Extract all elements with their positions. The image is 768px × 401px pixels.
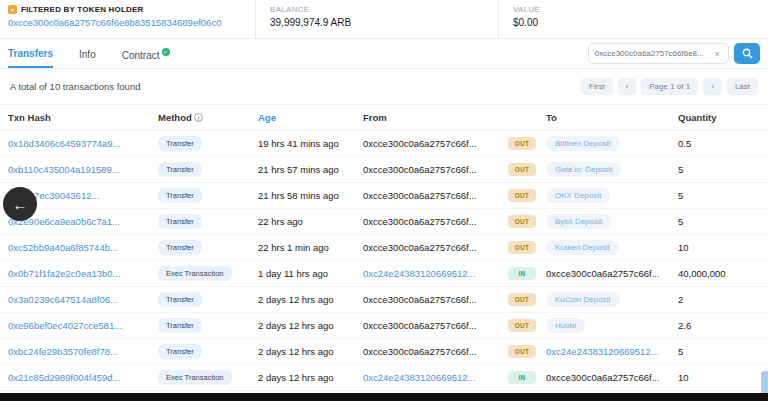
- transfers-table: 0x18d3406c64593774a9...Transfer19 hrs 41…: [0, 131, 768, 391]
- value-section: VALUE $0.00: [498, 0, 768, 38]
- age-cell: 1 day 11 hrs ago: [258, 268, 363, 279]
- to-address-tag[interactable]: Gate.io: Deposit: [546, 162, 621, 177]
- next-page-button[interactable]: ›: [703, 78, 722, 95]
- tab-info[interactable]: Info: [79, 41, 96, 67]
- to-cell: KuCoin Deposit: [546, 292, 678, 307]
- method-cell: Exec Transaction: [158, 266, 258, 281]
- scroll-top-button[interactable]: [761, 371, 768, 394]
- direction-cell: OUT: [508, 345, 546, 358]
- direction-badge: OUT: [508, 319, 536, 332]
- prev-page-button[interactable]: ‹: [618, 78, 637, 95]
- quantity-cell: 10: [678, 372, 768, 383]
- last-page-button[interactable]: Last: [727, 78, 758, 95]
- col-quantity: Quantity: [678, 112, 768, 123]
- direction-badge: OUT: [508, 241, 536, 254]
- col-age[interactable]: Age: [258, 112, 363, 123]
- col-to: To: [546, 112, 678, 123]
- txn-hash-cell: 0xe96bef0ec4027cce581...: [8, 320, 158, 331]
- to-cell: Bybit Deposit: [546, 214, 678, 229]
- age-cell: 21 hrs 57 mins ago: [258, 164, 363, 175]
- tab-transfers[interactable]: Transfers: [8, 40, 53, 68]
- direction-badge: IN: [508, 371, 536, 384]
- txn-hash-link[interactable]: 0xb110c435004a191589...: [8, 164, 120, 175]
- table-header: Txn Hash Methodi Age From To Quantity: [0, 104, 768, 131]
- method-badge: Transfer: [158, 318, 202, 333]
- table-row: 0xb110c435004a191589...Transfer21 hrs 57…: [0, 157, 768, 183]
- quantity-cell: 5: [678, 164, 768, 175]
- quantity-cell: 5: [678, 216, 768, 227]
- first-page-button[interactable]: First: [581, 78, 613, 95]
- to-cell: 0xc24e24383120669512...: [546, 346, 678, 357]
- direction-cell: OUT: [508, 163, 546, 176]
- txn-hash-link[interactable]: 0xc52bb9a40a6f85744b...: [8, 242, 118, 253]
- table-row: 0x2e90e6ca9ea0b6c7a1...Transfer22 hrs ag…: [0, 209, 768, 235]
- quantity-cell: 5: [678, 346, 768, 357]
- method-cell: Exec Transaction: [158, 370, 258, 385]
- txn-hash-cell: 0xc52bb9a40a6f85744b...: [8, 242, 158, 253]
- from-address: 0xcce300c0a6a2757c66f...: [363, 190, 508, 201]
- age-cell: 2 days 12 hrs ago: [258, 346, 363, 357]
- direction-cell: IN: [508, 371, 546, 384]
- method-cell: Transfer: [158, 318, 258, 333]
- holder-address-link[interactable]: 0xcce300c0a6a2757c66f6e8b83515834689ef06…: [8, 17, 255, 28]
- from-address: 0xcce300c0a6a2757c66f...: [363, 320, 508, 331]
- from-address: 0xcce300c0a6a2757c66f...: [363, 138, 508, 149]
- from-address-link[interactable]: 0xc24e24383120669512...: [363, 268, 508, 279]
- to-address-tag[interactable]: OKX Deposit: [546, 188, 610, 203]
- age-cell: 22 hrs 1 min ago: [258, 242, 363, 253]
- method-cell: Transfer: [158, 162, 258, 177]
- to-cell: Gate.io: Deposit: [546, 162, 678, 177]
- to-cell: Kraken Deposit: [546, 240, 678, 255]
- txn-hash-link[interactable]: 0xbc24fe29b3570fe8f78...: [8, 346, 118, 357]
- search-input[interactable]: [595, 49, 713, 58]
- back-arrow-overlay-button[interactable]: ←: [3, 187, 37, 221]
- method-badge: Transfer: [158, 292, 202, 307]
- to-cell: Huobi: [546, 318, 678, 333]
- tabs-bar: Transfers Info Contract✓ ×: [0, 39, 768, 69]
- quantity-cell: 10: [678, 242, 768, 253]
- table-row: 0xe96bef0ec4027cce581...Transfer2 days 1…: [0, 313, 768, 339]
- txn-hash-link[interactable]: 0x0b71f1fa2e2c0ea13b0...: [8, 268, 121, 279]
- method-badge: Transfer: [158, 162, 202, 177]
- quantity-cell: 2: [678, 294, 768, 305]
- tab-contract[interactable]: Contract✓: [122, 40, 170, 68]
- method-badge: Transfer: [158, 240, 202, 255]
- to-address-tag[interactable]: Huobi: [546, 318, 585, 333]
- to-address-tag[interactable]: KuCoin Deposit: [546, 292, 620, 307]
- from-address-link[interactable]: 0xc24e24383120669512...: [363, 372, 508, 383]
- method-cell: Transfer: [158, 344, 258, 359]
- direction-cell: OUT: [508, 189, 546, 202]
- page-indicator: Page 1 of 1: [641, 78, 698, 95]
- quantity-cell: 5: [678, 190, 768, 201]
- txn-hash-link[interactable]: 0xe96bef0ec4027cce581...: [8, 320, 122, 331]
- filter-icon: ▾: [8, 5, 17, 14]
- to-address-tag[interactable]: Bybit Deposit: [546, 214, 611, 229]
- method-info-icon[interactable]: i: [194, 113, 203, 122]
- table-row: 0xc52bb9a40a6f85744b...Transfer22 hrs 1 …: [0, 235, 768, 261]
- to-address: 0xcce300c0a6a2757c66f...: [546, 268, 660, 279]
- direction-cell: OUT: [508, 293, 546, 306]
- table-row: 0x21c85d2989f004f459d...Exec Transaction…: [0, 365, 768, 391]
- from-address: 0xcce300c0a6a2757c66f...: [363, 346, 508, 357]
- txn-hash-cell: 0x18d3406c64593774a9...: [8, 138, 158, 149]
- method-cell: Transfer: [158, 188, 258, 203]
- direction-badge: IN: [508, 267, 536, 280]
- to-cell: Bitfinex Deposit: [546, 136, 678, 151]
- direction-badge: OUT: [508, 163, 536, 176]
- direction-cell: OUT: [508, 137, 546, 150]
- txn-hash-link[interactable]: 0x21c85d2989f004f459d...: [8, 372, 121, 383]
- search-button[interactable]: [734, 43, 760, 64]
- pagination: First ‹ Page 1 of 1 › Last: [581, 78, 758, 95]
- txn-hash-link[interactable]: 0x3a0239c647514a8f06...: [8, 294, 118, 305]
- search-icon: [742, 48, 753, 59]
- col-txn-hash: Txn Hash: [8, 112, 158, 123]
- method-cell: Transfer: [158, 240, 258, 255]
- to-address-tag[interactable]: Bitfinex Deposit: [546, 136, 620, 151]
- to-address-link[interactable]: 0xc24e24383120669512...: [546, 346, 659, 357]
- txn-hash-cell: 0x0b71f1fa2e2c0ea13b0...: [8, 268, 158, 279]
- txn-hash-link[interactable]: 0x18d3406c64593774a9...: [8, 138, 121, 149]
- to-cell: 0xcce300c0a6a2757c66f...: [546, 268, 678, 279]
- age-cell: 2 days 12 hrs ago: [258, 294, 363, 305]
- clear-search-icon[interactable]: ×: [713, 49, 722, 59]
- to-address-tag[interactable]: Kraken Deposit: [546, 240, 619, 255]
